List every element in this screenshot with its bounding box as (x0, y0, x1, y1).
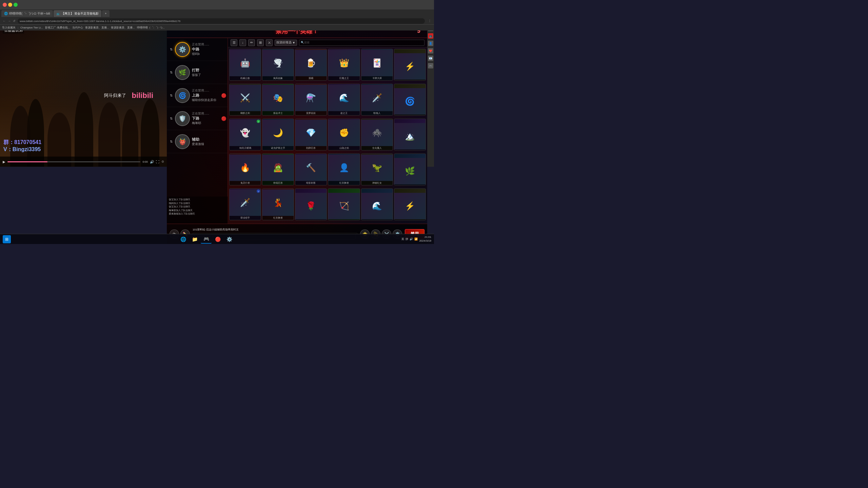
url-box[interactable]: www.bilibili.com/video/BV1d4m1b7s6f?spm_… (18, 18, 425, 24)
browser-sidebar: 🔖 📺 👤 ❤️ 📧 🎮 (427, 24, 434, 167)
taskbar-app-3[interactable]: 🎮 (201, 235, 212, 244)
chat-log-line-3: 饭宝加入了队伍聊天 (169, 205, 226, 209)
champion-cell-26[interactable]: 🌹 (295, 188, 327, 220)
champion-cell-15[interactable]: ✊ 山隐之焰 (328, 119, 360, 150)
bookmark-center[interactable]: 当代中心 (72, 26, 83, 29)
champion-portrait-1: 🌪️ (262, 50, 294, 76)
forward-btn[interactable]: → (8, 19, 11, 23)
player-info-3: 正在禁用...... 上路 辅助你快游走弄你 (192, 88, 225, 102)
player-row-4: ⇅ 🛡️ 正在禁用...... 下路 梅琳耶 🚫 (167, 107, 228, 130)
champion-name-17 (394, 149, 426, 150)
champion-name-18: 鬼灵行者 (230, 181, 261, 185)
champion-cell-24[interactable]: ✓ 🗡️ 翠绿猎手 (229, 188, 261, 220)
champion-cell-20[interactable]: 🔨 暗影刺客 (295, 154, 327, 185)
chat-log-line-5: 爱液激猫加入了队伍聊天 (169, 212, 226, 216)
champion-name-3: 巨魔之王 (328, 76, 359, 80)
sort-dropdown[interactable]: 按游好推选 ▼ (275, 40, 297, 46)
search-box[interactable]: 🔍 搜索 (299, 40, 425, 46)
champion-cell-7[interactable]: 🎭 炼金术士 (262, 84, 294, 116)
maximize-btn[interactable] (14, 3, 18, 7)
champion-cell-6[interactable]: ⚔️ 幽默之刺 (229, 84, 261, 116)
progress-bar[interactable] (7, 161, 140, 162)
champion-cell-25[interactable]: 💃 红衣舞者 (262, 188, 294, 220)
champion-name-4: 卡牌大师 (361, 76, 393, 80)
champion-cell-4[interactable]: 🃏 卡牌大师 (361, 49, 393, 81)
champion-cell-0[interactable]: 🤖 机械公敌 (229, 49, 261, 81)
bookmark-bili[interactable]: 哔哩哔哩（゜-゜）つ... (137, 26, 164, 29)
tab-1[interactable]: 🌐 哔哩哔哩(゜-゜)つロ 干杯~-bili (1, 10, 53, 17)
refresh-btn[interactable]: ↺ (13, 19, 16, 23)
champion-cell-8[interactable]: ⚗️ 菠萝娃娃 (295, 84, 327, 116)
taskbar-app-1[interactable]: 🌐 (178, 235, 189, 244)
champion-name-16: 生化魔人 (361, 146, 393, 150)
champion-cell-17[interactable]: 🏔️ (394, 119, 426, 150)
champion-cell-28[interactable]: 🌊 (361, 188, 393, 220)
settings-btn[interactable]: ⋮ (428, 19, 431, 23)
taskbar-app-2[interactable]: 📁 (189, 235, 200, 244)
sidebar-icon-5[interactable]: 📧 (428, 56, 433, 61)
bookmark-champion[interactable]: Champion Tier Li... (20, 26, 43, 29)
champion-cell-18[interactable]: 🔥 鬼灵行者 (229, 154, 261, 185)
filter-btn-4[interactable]: ⊞ (257, 39, 264, 46)
champion-portrait-28: 🌊 (361, 193, 393, 219)
champion-cell-10[interactable]: 🗡️ 牧魂人 (361, 84, 393, 116)
player-role-icon-4: ⇅ (169, 116, 174, 121)
champion-portrait-25: 💃 (262, 189, 294, 216)
chat-log: 饭宝加入了队伍聊天 猫妈加入了队伍聊天 饭宝加入了队伍聊天 梅琳那加入了队伍聊天… (167, 197, 228, 224)
champion-cell-22[interactable]: 🦖 神秘红女 (361, 154, 393, 185)
tab-new[interactable]: + (102, 10, 109, 17)
taskbar-app-5[interactable]: ⚙️ (224, 235, 235, 244)
bookmark-stream1[interactable]: 青源影素质、直播... (85, 26, 109, 29)
champion-cell-5[interactable]: ⚡ (394, 49, 426, 81)
player-avatar-1: ⚙️ (175, 42, 190, 57)
taskbar-volume[interactable]: 🔊 (410, 238, 413, 241)
play-btn[interactable]: ▶ (3, 160, 5, 164)
taskbar-network[interactable]: 📶 (414, 238, 418, 241)
start-button[interactable]: ⊞ (3, 235, 11, 243)
champion-cell-9[interactable]: 🌊 盗之王 (328, 84, 360, 116)
tab-2[interactable]: 📺 【网主】 资金不足导致电影 (54, 10, 102, 17)
filter-btn-2[interactable]: ↓ (239, 39, 246, 46)
filter-btn-5[interactable]: ⚔ (266, 39, 273, 46)
champion-cell-1[interactable]: 🌪️ 疯风创象 (262, 49, 294, 81)
champion-cell-19[interactable]: 🧟 铁锟巨兽 (262, 154, 294, 185)
sidebar-icon-6[interactable]: 🎮 (428, 63, 433, 68)
sidebar-icon-4[interactable]: ❤️ (428, 48, 433, 54)
fullscreen-btn[interactable]: ⛶ (156, 160, 159, 164)
bookmark-video[interactable]: 影视工厂-免费在线... (45, 26, 70, 29)
champion-name-24: 翠绿猎手 (230, 216, 261, 220)
close-btn[interactable] (3, 3, 7, 7)
champion-cell-16[interactable]: 🕷️ 生化魔人 (361, 119, 393, 150)
champion-portrait-22: 🦖 (361, 155, 393, 181)
settings-video-btn[interactable]: ⚙ (161, 160, 164, 163)
filter-btn-1[interactable]: ☰ (231, 39, 237, 46)
champion-cell-3[interactable]: 👑 巨魔之王 (328, 49, 360, 81)
champion-cell-27[interactable]: 🏹 (328, 188, 360, 220)
ban-indicator-4: 🚫 (221, 116, 226, 121)
back-btn[interactable]: ← (3, 19, 6, 23)
player-status-1: 正在禁用...... (192, 42, 225, 47)
champion-cell-12[interactable]: ✓ 👻 纳巩示耀璃 (229, 119, 261, 150)
video-background: 阿斗归来了 bilibili 张嘉益表弟 群：817070541 V：Bingz… (0, 24, 167, 167)
champion-cell-11[interactable]: 🌀 (394, 84, 426, 116)
champion-cell-23[interactable]: 🌿 (394, 154, 426, 185)
champion-cell-21[interactable]: 👤 红衣舞者 (328, 154, 360, 185)
champion-name-1: 疯风创象 (262, 76, 294, 80)
player-role-icon-1: ⇅ (169, 47, 174, 52)
sidebar-icon-3[interactable]: 👤 (428, 41, 433, 46)
bookmark-stream2[interactable]: 青源影素质、直播... (111, 26, 135, 29)
notification-text: 101资料站-厄运小姐辅助亮场率高时文 (193, 228, 260, 231)
taskbar-app-4[interactable]: 🔴 (212, 235, 223, 244)
champion-cell-14[interactable]: 💎 陷阱巨兽 (295, 119, 327, 150)
filter-btn-3[interactable]: ✏ (248, 39, 255, 46)
champion-cell-13[interactable]: 🌙 诺克萨斯之手 (262, 119, 294, 150)
volume-btn[interactable]: 🔊 (150, 160, 154, 164)
champion-name-8: 菠萝娃娃 (295, 111, 327, 115)
champion-cell-29[interactable]: ⚡ (394, 188, 426, 220)
minimize-btn[interactable] (8, 3, 12, 7)
title-bar (0, 0, 434, 9)
bookmark-import[interactable]: 导入收藏夹 (2, 26, 16, 29)
sidebar-icon-2[interactable]: 📺 (428, 33, 433, 39)
champion-cell-2[interactable]: 🍺 酒桶 (295, 49, 327, 81)
champion-portrait-20: 🔨 (295, 155, 327, 181)
